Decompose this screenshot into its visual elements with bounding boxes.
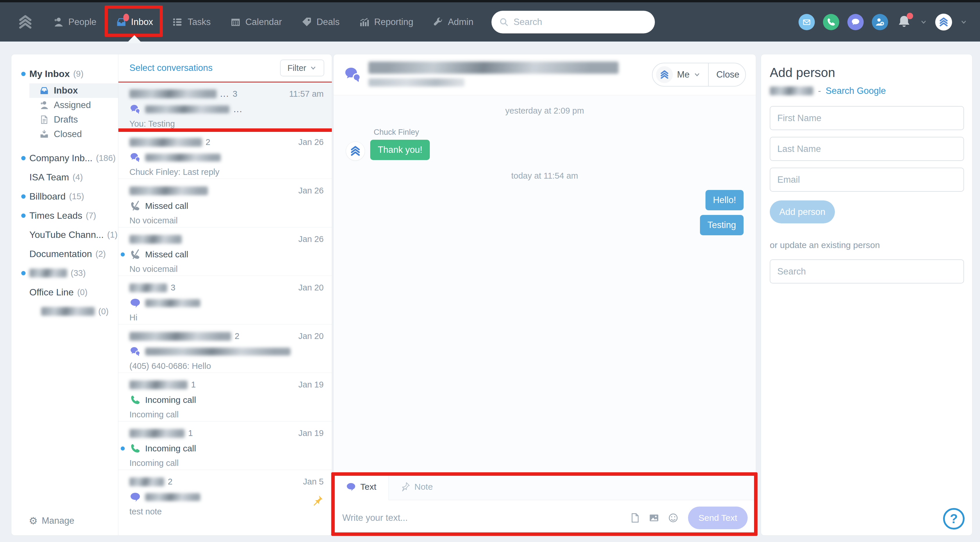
conversation-row[interactable]: Jan 26 Missed call No voicemail <box>118 179 332 227</box>
nav-item[interactable]: Admin <box>433 17 473 28</box>
active-tab-pointer <box>127 35 142 43</box>
sidebar-item-count: (4) <box>72 173 83 182</box>
sidebar-item[interactable]: ISA Team (4) <box>29 168 111 187</box>
sidebar-item[interactable]: Documentation (2) <box>29 244 111 263</box>
nav-item[interactable]: Calendar <box>230 17 282 28</box>
nav-item[interactable]: Reporting <box>359 17 413 28</box>
conversation-time: Jan 20 <box>298 283 324 293</box>
redacted-contact-name <box>129 235 182 244</box>
conversation-row[interactable]: Jan 26 Missed call No voicemail <box>118 227 332 276</box>
attach-image-icon[interactable] <box>648 512 660 524</box>
sidebar-item-count: (2) <box>95 249 105 259</box>
chevron-down-icon[interactable] <box>920 19 927 25</box>
sidebar-item[interactable]: Closed <box>39 127 111 141</box>
global-search[interactable] <box>492 11 655 33</box>
quick-action-button[interactable] <box>823 14 839 30</box>
search-input[interactable] <box>514 17 636 27</box>
existing-person-search-input[interactable] <box>770 259 964 284</box>
conversation-list: Select conversations Filter ... 3 11:57 … <box>118 54 332 536</box>
nav-item-icon <box>116 17 127 28</box>
message-composer: Text Note Write your text... Send Text <box>334 473 756 535</box>
account-avatar[interactable] <box>935 14 952 30</box>
unread-dot <box>21 214 25 218</box>
sidebar-item[interactable]: Drafts <box>39 113 111 127</box>
conversation-row[interactable]: 2 Jan 5 test note <box>118 470 332 518</box>
sidebar-item[interactable]: My Inbox (9) <box>29 64 111 83</box>
notifications-button[interactable] <box>896 14 912 30</box>
redacted-subject <box>145 493 200 501</box>
conversation-row[interactable]: 2 Jan 20 (405) 640-0686: Hello <box>118 324 332 372</box>
quick-action-button[interactable] <box>847 14 864 30</box>
quick-action-button[interactable] <box>799 14 815 30</box>
sidebar-item[interactable]: (33) <box>29 263 111 283</box>
email-field[interactable] <box>770 168 964 192</box>
conversation-list-header: Select conversations Filter <box>118 54 332 82</box>
conversation-row[interactable]: 2 Jan 26 Chuck Finley: Last reply <box>118 130 332 179</box>
conversation-row-line2 <box>129 297 324 309</box>
nav-item-label: Admin <box>448 17 473 27</box>
conversation-row[interactable]: 3 Jan 20 Hi <box>118 276 332 324</box>
close-conversation-button[interactable]: Close <box>708 63 746 86</box>
chevron-down-icon[interactable] <box>960 19 967 25</box>
redacted-contact-name <box>129 284 167 292</box>
nav-item[interactable]: Deals <box>301 17 339 28</box>
help-button[interactable]: ? <box>943 508 964 529</box>
conversation-time: Jan 5 <box>303 477 324 487</box>
conversation-row[interactable]: 1 Jan 19 Incoming call Incoming call <box>118 421 332 470</box>
quick-action-icon <box>875 17 885 27</box>
thread-titles <box>368 62 652 88</box>
conversation-type-icon <box>129 249 141 260</box>
thread-panel: Me Close yesterday at 2:09 pm Chuck Finl… <box>333 54 756 536</box>
conversation-row-line2: Missed call <box>129 200 324 212</box>
nav-item[interactable]: People <box>53 17 97 28</box>
first-name-field[interactable] <box>770 106 964 130</box>
sidebar-item[interactable]: (0) <box>41 302 111 321</box>
sidebar-item-label: Closed <box>54 129 82 139</box>
sidebar-item[interactable]: Inbox <box>29 83 118 98</box>
conversation-type-icon <box>129 103 141 115</box>
tab-text[interactable]: Text <box>334 474 389 500</box>
search-google-link[interactable]: Search Google <box>826 86 886 96</box>
conversation-row-line1: Jan 26 <box>129 186 324 195</box>
sidebar-item[interactable]: YouTube Chann... (1) <box>29 225 111 244</box>
send-text-button[interactable]: Send Text <box>688 507 748 529</box>
sidebar-item[interactable]: Assigned <box>39 98 111 113</box>
emoji-icon[interactable] <box>667 512 679 524</box>
filter-button[interactable]: Filter <box>280 60 324 76</box>
conversation-time: Jan 19 <box>298 380 324 390</box>
composer-placeholder[interactable]: Write your text... <box>342 513 408 523</box>
redacted-contact-name <box>129 380 188 389</box>
conversation-row[interactable]: ... 3 11:57 am ... You: Testing <box>118 82 332 130</box>
nav-item[interactable]: Inbox <box>116 17 153 28</box>
select-conversations-link[interactable]: Select conversations <box>129 63 213 73</box>
nav-item-icon <box>433 17 444 28</box>
pin-icon <box>400 482 410 492</box>
nav-item-icon <box>230 17 241 28</box>
panel-subtitle: - Search Google <box>770 86 964 96</box>
sidebar-item-label: Inbox <box>54 86 78 96</box>
sidebar-item[interactable]: Company Inb... (186) <box>29 149 111 168</box>
last-name-field[interactable] <box>770 137 964 161</box>
sidebar-item[interactable]: Times Leads (7) <box>29 206 111 225</box>
conversation-type-icon <box>129 297 141 309</box>
add-person-button[interactable]: Add person <box>770 200 835 223</box>
conversation-row-line1: ... 3 11:57 am <box>129 89 324 99</box>
sidebar-item-label: Billboard <box>29 191 66 202</box>
quick-action-button[interactable] <box>872 14 888 30</box>
tab-note[interactable]: Note <box>389 474 444 500</box>
outgoing-message-bubble: Hello! <box>705 190 744 210</box>
conversation-type-icon <box>129 152 141 163</box>
sidebar-item[interactable]: Office Line (0) <box>29 283 111 302</box>
nav-item-label: Calendar <box>245 17 282 27</box>
sidebar-item[interactable]: Billboard (15) <box>29 187 111 206</box>
manage-button[interactable]: ⚙ Manage <box>29 515 75 526</box>
templates-icon[interactable] <box>629 512 641 524</box>
assignee-button[interactable]: Me <box>652 63 708 86</box>
sidebar-item-icon <box>39 129 49 139</box>
redacted-label <box>41 307 95 316</box>
top-navbar: People Inbox Tasks Calendar Deal <box>0 2 980 41</box>
outgoing-message-bubble: Testing <box>700 215 744 235</box>
nav-item[interactable]: Tasks <box>172 17 210 28</box>
conversation-row-line1: 2 Jan 5 <box>129 477 324 487</box>
conversation-row[interactable]: 1 Jan 19 Incoming call Incoming call <box>118 372 332 421</box>
